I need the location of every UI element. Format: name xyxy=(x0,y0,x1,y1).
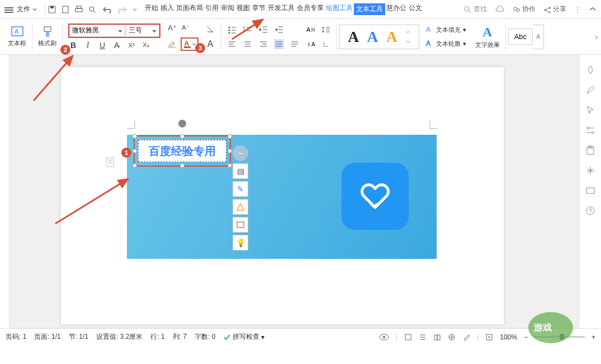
text-fill-button[interactable]: A文本填充 ▾ xyxy=(423,25,469,35)
tab-gongwen[interactable]: 公文 xyxy=(408,3,423,15)
strike-button[interactable]: A̶ xyxy=(112,40,122,50)
subscript-button[interactable]: X₂ xyxy=(141,40,151,50)
float-frame-button[interactable] xyxy=(233,217,248,233)
format-painter-button[interactable]: 格式刷 xyxy=(35,26,60,48)
style-more-button[interactable]: A xyxy=(533,25,544,49)
tab-draw-tool[interactable]: 绘图工具 xyxy=(325,3,354,15)
tab-text-tool[interactable]: 文本工具 xyxy=(354,3,385,15)
search-box[interactable]: 查找 xyxy=(463,4,487,14)
sidebar-settings-icon[interactable] xyxy=(585,125,595,135)
indent-decrease-button[interactable] xyxy=(258,25,268,35)
wordart-style-2[interactable]: A xyxy=(367,28,378,46)
text-outline-button[interactable]: A文本轮廓 ▾ xyxy=(423,39,469,49)
highlight-button[interactable] xyxy=(167,39,177,49)
ribbon-scroll-right-icon[interactable]: › xyxy=(595,32,598,41)
align-left-button[interactable] xyxy=(227,39,237,49)
text-effect-button[interactable]: A 文字效果 xyxy=(472,25,503,49)
wordart-style-3[interactable]: A xyxy=(386,28,397,46)
align-center-button[interactable] xyxy=(243,39,253,49)
italic-button[interactable]: I xyxy=(83,40,93,50)
gallery-more-icon[interactable] xyxy=(405,29,411,45)
float-collapse-button[interactable]: − xyxy=(233,145,248,161)
font-size-select[interactable]: 三号 xyxy=(126,25,159,37)
view-read-icon[interactable] xyxy=(433,333,441,341)
share-button[interactable]: 分享 xyxy=(543,4,566,14)
tab-section[interactable]: 章节 xyxy=(251,3,267,15)
float-idea-button[interactable]: 💡 xyxy=(233,235,248,250)
tab-huiban[interactable]: 慧办公 xyxy=(385,3,408,15)
status-spellcheck[interactable]: 拼写检查 ▾ xyxy=(223,332,264,342)
redo-icon[interactable] xyxy=(117,5,128,14)
sidebar-pencil-icon[interactable] xyxy=(585,85,595,95)
shrink-font-button[interactable]: A⁻ xyxy=(181,23,191,33)
status-eye-icon[interactable] xyxy=(379,334,389,341)
view-page-icon[interactable] xyxy=(404,333,412,341)
file-menu[interactable]: 文件 xyxy=(17,4,37,14)
text-direction-button[interactable]: ⅠA xyxy=(306,39,316,49)
resize-handle-n[interactable] xyxy=(180,134,184,139)
char-spacing-button[interactable]: A xyxy=(306,25,316,35)
underline-button[interactable]: U xyxy=(97,40,107,50)
textbox-content[interactable]: 百度经验专用 xyxy=(138,140,226,162)
font-name-select[interactable]: 微软雅黑 xyxy=(69,25,125,37)
dropdown-icon[interactable] xyxy=(132,7,137,12)
preview-icon[interactable] xyxy=(88,5,97,14)
status-page[interactable]: 页面: 1/1 xyxy=(34,332,60,342)
resize-handle-se[interactable] xyxy=(228,163,232,168)
float-edit-button[interactable]: ✎ xyxy=(233,181,248,197)
tab-member[interactable]: 会员专享 xyxy=(296,3,325,15)
style-abc[interactable]: Abc xyxy=(508,29,533,45)
sidebar-rocket-icon[interactable] xyxy=(585,65,595,75)
collab-button[interactable]: 协作 xyxy=(513,4,536,14)
status-position[interactable]: 设置值: 3.2厘米 xyxy=(96,332,143,342)
superscript-button[interactable]: X² xyxy=(126,40,136,50)
clear-format-button[interactable] xyxy=(205,25,215,35)
print-icon[interactable] xyxy=(74,5,83,14)
tab-view[interactable]: 视图 xyxy=(235,3,251,15)
tab-start[interactable]: 开始 xyxy=(144,3,159,15)
sidebar-help-icon[interactable]: ? xyxy=(585,206,595,216)
rotate-handle[interactable] xyxy=(178,120,186,127)
line-spacing-button[interactable] xyxy=(321,25,331,35)
print-preview-icon[interactable] xyxy=(61,5,70,14)
view-draft-icon[interactable] xyxy=(462,333,470,341)
resize-handle-e[interactable] xyxy=(228,149,232,153)
tab-dev[interactable]: 开发工具 xyxy=(267,3,296,15)
tab-insert[interactable]: 插入 xyxy=(159,3,175,15)
float-shape-button[interactable] xyxy=(233,199,248,215)
view-web-icon[interactable] xyxy=(448,333,456,341)
sidebar-cursor-icon[interactable] xyxy=(585,105,595,115)
more-icon[interactable]: ⋮ xyxy=(574,6,581,13)
document-page[interactable]: 百度经验专用 1 − ▤ ✎ 💡 xyxy=(61,67,504,324)
zoom-fit-icon[interactable] xyxy=(485,333,493,341)
status-section[interactable]: 节: 1/1 xyxy=(69,332,88,342)
float-layout-button[interactable]: ▤ xyxy=(233,163,248,179)
cloud-icon[interactable] xyxy=(495,6,505,13)
collapse-ribbon-icon[interactable] xyxy=(589,7,597,12)
undo-icon[interactable] xyxy=(101,5,112,14)
sidebar-screen-icon[interactable] xyxy=(585,186,595,196)
bullets-button[interactable] xyxy=(227,25,237,35)
textbox-button[interactable]: A 文本框 xyxy=(4,26,30,48)
save-icon[interactable] xyxy=(48,5,56,14)
sidebar-sparkle-icon[interactable] xyxy=(585,166,595,176)
status-col[interactable]: 列: 7 xyxy=(173,332,187,342)
align-distributed-button[interactable] xyxy=(290,39,300,49)
align-right-button[interactable] xyxy=(258,39,268,49)
selected-textbox[interactable]: 百度经验专用 1 xyxy=(134,135,231,167)
zoom-value[interactable]: 100% xyxy=(500,333,517,341)
status-page-no[interactable]: 页码: 1 xyxy=(6,332,26,342)
numbering-button[interactable]: 12 xyxy=(243,25,253,35)
zoom-in-button[interactable]: + xyxy=(591,333,595,341)
char-border-button[interactable]: A xyxy=(205,39,215,49)
corner-icon[interactable] xyxy=(321,39,331,49)
tab-review[interactable]: 审阅 xyxy=(220,3,235,15)
wordart-gallery[interactable]: A A A xyxy=(339,25,419,49)
page-container[interactable]: 百度经验专用 1 − ▤ ✎ 💡 xyxy=(9,55,589,328)
grow-font-button[interactable]: A⁺ xyxy=(167,23,177,33)
view-outline-icon[interactable] xyxy=(419,333,427,341)
hamburger-icon[interactable] xyxy=(4,6,13,13)
tab-layout[interactable]: 页面布局 xyxy=(175,3,204,15)
indent-increase-button[interactable] xyxy=(274,25,284,35)
status-words[interactable]: 字数: 0 xyxy=(195,332,215,342)
